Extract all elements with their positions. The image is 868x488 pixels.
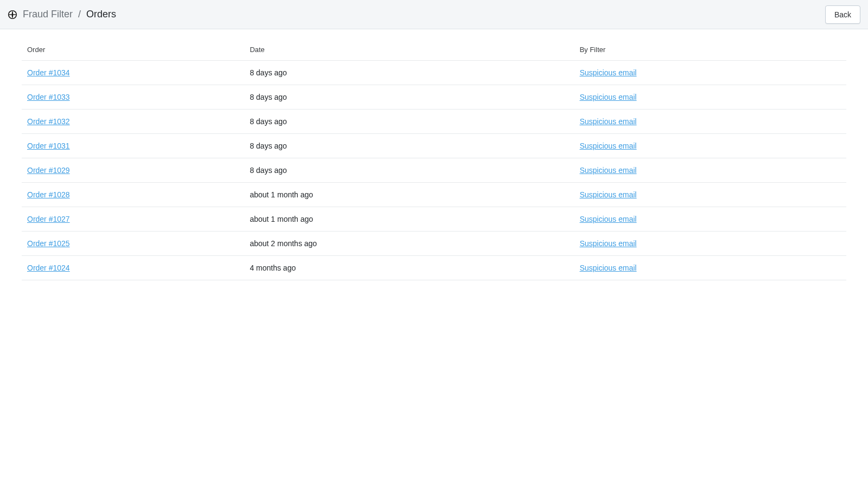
filter-link[interactable]: Suspicious email bbox=[579, 215, 636, 223]
back-button[interactable]: Back bbox=[825, 5, 860, 24]
table-row: Order #10244 months agoSuspicious email bbox=[22, 256, 846, 280]
table-header-row: Order Date By Filter bbox=[22, 39, 846, 61]
cell-filter: Suspicious email bbox=[574, 110, 846, 134]
cell-filter: Suspicious email bbox=[574, 85, 846, 110]
col-header-order: Order bbox=[22, 39, 244, 61]
table-row: Order #1027about 1 month agoSuspicious e… bbox=[22, 207, 846, 232]
breadcrumb-separator: / bbox=[78, 9, 81, 20]
top-bar: Fraud Filter / Orders Back bbox=[0, 0, 868, 29]
cell-order: Order #1025 bbox=[22, 232, 244, 256]
table-row: Order #10298 days agoSuspicious email bbox=[22, 158, 846, 183]
cell-order: Order #1028 bbox=[22, 183, 244, 207]
table-row: Order #10328 days agoSuspicious email bbox=[22, 110, 846, 134]
cell-date: 8 days ago bbox=[244, 85, 574, 110]
filter-link[interactable]: Suspicious email bbox=[579, 239, 636, 248]
cell-date: about 1 month ago bbox=[244, 207, 574, 232]
filter-link[interactable]: Suspicious email bbox=[579, 117, 636, 126]
page-body: Order Date By Filter Order #10348 days a… bbox=[0, 29, 868, 290]
cell-filter: Suspicious email bbox=[574, 207, 846, 232]
cell-filter: Suspicious email bbox=[574, 61, 846, 85]
cell-order: Order #1029 bbox=[22, 158, 244, 183]
cell-filter: Suspicious email bbox=[574, 183, 846, 207]
cell-order: Order #1024 bbox=[22, 256, 244, 280]
cell-date: 8 days ago bbox=[244, 134, 574, 158]
cell-order: Order #1027 bbox=[22, 207, 244, 232]
cell-date: 8 days ago bbox=[244, 158, 574, 183]
order-link[interactable]: Order #1034 bbox=[27, 68, 70, 77]
cell-order: Order #1031 bbox=[22, 134, 244, 158]
cell-date: about 2 months ago bbox=[244, 232, 574, 256]
orders-table: Order Date By Filter Order #10348 days a… bbox=[22, 39, 846, 280]
col-header-filter: By Filter bbox=[574, 39, 846, 61]
page-title: Orders bbox=[86, 9, 116, 20]
cell-filter: Suspicious email bbox=[574, 232, 846, 256]
filter-link[interactable]: Suspicious email bbox=[579, 166, 636, 175]
table-row: Order #10348 days agoSuspicious email bbox=[22, 61, 846, 85]
globe-icon bbox=[8, 10, 17, 20]
order-link[interactable]: Order #1031 bbox=[27, 142, 70, 150]
order-link[interactable]: Order #1028 bbox=[27, 190, 70, 199]
filter-link[interactable]: Suspicious email bbox=[579, 264, 636, 272]
order-link[interactable]: Order #1033 bbox=[27, 93, 70, 101]
filter-link[interactable]: Suspicious email bbox=[579, 68, 636, 77]
order-link[interactable]: Order #1032 bbox=[27, 117, 70, 126]
cell-filter: Suspicious email bbox=[574, 158, 846, 183]
cell-order: Order #1034 bbox=[22, 61, 244, 85]
cell-date: 4 months ago bbox=[244, 256, 574, 280]
table-row: Order #1025about 2 months agoSuspicious … bbox=[22, 232, 846, 256]
order-link[interactable]: Order #1025 bbox=[27, 239, 70, 248]
order-link[interactable]: Order #1027 bbox=[27, 215, 70, 223]
cell-filter: Suspicious email bbox=[574, 256, 846, 280]
cell-date: 8 days ago bbox=[244, 61, 574, 85]
cell-date: 8 days ago bbox=[244, 110, 574, 134]
cell-order: Order #1033 bbox=[22, 85, 244, 110]
filter-link[interactable]: Suspicious email bbox=[579, 93, 636, 101]
cell-order: Order #1032 bbox=[22, 110, 244, 134]
breadcrumb: Fraud Filter / Orders bbox=[8, 9, 116, 20]
filter-link[interactable]: Suspicious email bbox=[579, 190, 636, 199]
cell-date: about 1 month ago bbox=[244, 183, 574, 207]
col-header-date: Date bbox=[244, 39, 574, 61]
svg-rect-2 bbox=[9, 14, 16, 15]
order-link[interactable]: Order #1029 bbox=[27, 166, 70, 175]
table-row: Order #10338 days agoSuspicious email bbox=[22, 85, 846, 110]
breadcrumb-app-link[interactable]: Fraud Filter bbox=[23, 9, 73, 20]
app-icon bbox=[8, 10, 17, 20]
table-row: Order #10318 days agoSuspicious email bbox=[22, 134, 846, 158]
filter-link[interactable]: Suspicious email bbox=[579, 142, 636, 150]
table-row: Order #1028about 1 month agoSuspicious e… bbox=[22, 183, 846, 207]
cell-filter: Suspicious email bbox=[574, 134, 846, 158]
order-link[interactable]: Order #1024 bbox=[27, 264, 70, 272]
